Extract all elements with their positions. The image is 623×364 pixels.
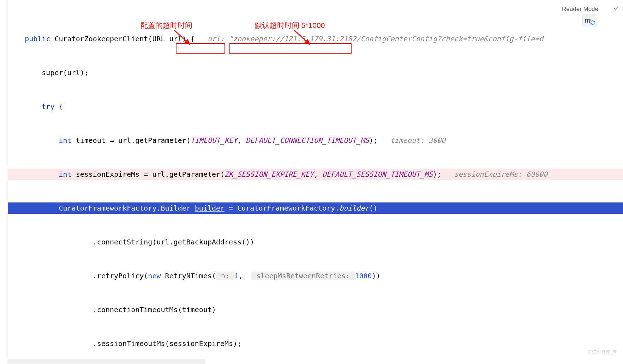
svg-line-1: [294, 30, 310, 44]
code-line: int sessionExpireMs = url.getParameter(Z…: [8, 169, 623, 180]
csdn-watermark: CSDN @等_等: [588, 346, 617, 358]
code-line: .retryPolicy(new RetryNTimes( n: 1, slee…: [8, 270, 623, 281]
code-line: .sessionTimeoutMs(sessionExpireMs);: [8, 338, 623, 349]
code-line: int timeout = url.getParameter(TIMEOUT_K…: [8, 135, 623, 146]
param-hint: n:: [216, 272, 234, 280]
code-line: .connectString(url.getBackupAddress()): [8, 236, 623, 248]
inlay-hint: timeout: 3000: [390, 136, 446, 145]
param-hint: sleepMsBetweenRetries:: [251, 272, 355, 280]
highlight-box-default-timeout: [229, 43, 352, 54]
inlay-hint: sessionExpireMs: 60000: [454, 170, 547, 178]
check-icon: [613, 3, 619, 9]
inlay-hint: url: "zookeeper://121.5.179.31:2182/Conf…: [208, 35, 543, 43]
code-line: try {: [8, 101, 623, 112]
editor-gutter: [0, 0, 8, 364]
code-line: .connectionTimeoutMs(timeout): [8, 304, 623, 315]
code-line: super(url);: [8, 67, 623, 78]
annotation-right: 默认超时时间 5*1000: [255, 20, 325, 31]
selected-line: CuratorFrameworkFactory.Builder builder …: [8, 202, 623, 214]
code-editor[interactable]: public CuratorZookeeperClient(URL url) {…: [8, 11, 623, 364]
horizontal-scrollbar[interactable]: [8, 359, 205, 364]
svg-line-0: [174, 30, 190, 44]
highlight-box-timeout-key: [176, 43, 225, 54]
